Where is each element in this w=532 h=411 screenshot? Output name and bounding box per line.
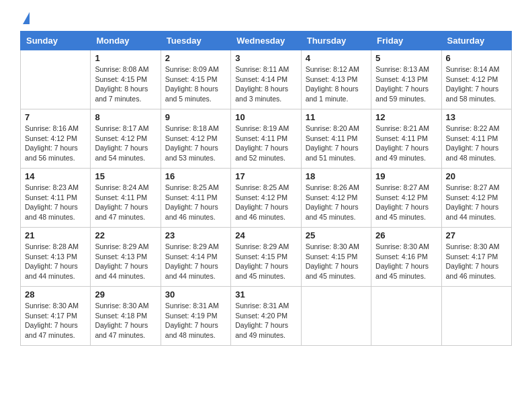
calendar-cell: 8Sunrise: 8:17 AMSunset: 4:12 PMDaylight…	[91, 109, 161, 169]
day-number: 30	[165, 289, 226, 300]
day-info: Sunrise: 8:26 AMSunset: 4:12 PMDaylight:…	[306, 183, 367, 222]
weekday-header-monday: Monday	[91, 32, 161, 50]
day-number: 14	[25, 171, 86, 181]
weekday-header-sunday: Sunday	[21, 32, 91, 50]
day-number: 24	[235, 230, 296, 240]
day-number: 10	[235, 112, 296, 122]
day-info: Sunrise: 8:27 AMSunset: 4:12 PMDaylight:…	[375, 183, 437, 222]
day-number: 15	[95, 171, 156, 181]
day-info: Sunrise: 8:31 AMSunset: 4:19 PMDaylight:…	[165, 301, 226, 340]
day-info: Sunrise: 8:20 AMSunset: 4:11 PMDaylight:…	[306, 124, 367, 163]
week-row-5: 28Sunrise: 8:30 AMSunset: 4:17 PMDayligh…	[21, 287, 512, 346]
calendar-cell: 3Sunrise: 8:11 AMSunset: 4:14 PMDaylight…	[231, 50, 301, 109]
calendar-cell: 23Sunrise: 8:29 AMSunset: 4:14 PMDayligh…	[161, 228, 230, 287]
calendar-cell: 17Sunrise: 8:25 AMSunset: 4:12 PMDayligh…	[231, 169, 301, 228]
day-info: Sunrise: 8:25 AMSunset: 4:12 PMDaylight:…	[235, 183, 296, 222]
weekday-header-wednesday: Wednesday	[231, 32, 301, 50]
day-number: 12	[375, 112, 437, 122]
day-number: 11	[306, 112, 367, 122]
calendar-cell: 22Sunrise: 8:29 AMSunset: 4:13 PMDayligh…	[91, 228, 161, 287]
day-info: Sunrise: 8:22 AMSunset: 4:11 PMDaylight:…	[446, 124, 507, 163]
day-info: Sunrise: 8:27 AMSunset: 4:12 PMDaylight:…	[446, 183, 507, 222]
day-info: Sunrise: 8:24 AMSunset: 4:11 PMDaylight:…	[95, 183, 156, 222]
logo-triangle-icon	[23, 12, 30, 24]
calendar-cell: 9Sunrise: 8:18 AMSunset: 4:12 PMDaylight…	[161, 109, 230, 169]
weekday-header-saturday: Saturday	[441, 32, 511, 50]
day-number: 5	[375, 53, 437, 63]
calendar-cell: 7Sunrise: 8:16 AMSunset: 4:12 PMDaylight…	[21, 109, 91, 169]
day-number: 23	[165, 230, 226, 240]
day-number: 7	[25, 112, 86, 122]
calendar-cell: 29Sunrise: 8:30 AMSunset: 4:18 PMDayligh…	[91, 287, 161, 346]
day-info: Sunrise: 8:31 AMSunset: 4:20 PMDaylight:…	[235, 301, 296, 340]
day-info: Sunrise: 8:30 AMSunset: 4:15 PMDaylight:…	[306, 242, 367, 281]
day-info: Sunrise: 8:30 AMSunset: 4:16 PMDaylight:…	[375, 242, 437, 281]
week-row-1: 1Sunrise: 8:08 AMSunset: 4:15 PMDaylight…	[21, 50, 512, 109]
day-number: 22	[95, 230, 156, 240]
calendar-cell	[21, 50, 91, 109]
calendar-cell	[371, 287, 441, 346]
day-number: 2	[165, 53, 226, 63]
calendar-cell: 27Sunrise: 8:30 AMSunset: 4:17 PMDayligh…	[441, 228, 511, 287]
day-info: Sunrise: 8:08 AMSunset: 4:15 PMDaylight:…	[95, 64, 156, 104]
day-info: Sunrise: 8:29 AMSunset: 4:14 PMDaylight:…	[165, 242, 226, 281]
day-number: 25	[306, 230, 367, 240]
calendar-cell: 20Sunrise: 8:27 AMSunset: 4:12 PMDayligh…	[441, 169, 511, 228]
day-info: Sunrise: 8:30 AMSunset: 4:17 PMDaylight:…	[25, 301, 86, 340]
day-number: 31	[235, 289, 296, 300]
day-info: Sunrise: 8:30 AMSunset: 4:17 PMDaylight:…	[446, 242, 507, 281]
calendar-cell	[301, 287, 371, 346]
day-number: 18	[306, 171, 367, 181]
weekday-header-row: SundayMondayTuesdayWednesdayThursdayFrid…	[21, 32, 512, 50]
logo	[20, 13, 30, 24]
day-number: 16	[165, 171, 226, 181]
day-number: 29	[95, 289, 156, 300]
calendar-cell: 2Sunrise: 8:09 AMSunset: 4:15 PMDaylight…	[161, 50, 230, 109]
calendar-cell: 12Sunrise: 8:21 AMSunset: 4:11 PMDayligh…	[371, 109, 441, 169]
calendar-cell: 4Sunrise: 8:12 AMSunset: 4:13 PMDaylight…	[301, 50, 371, 109]
weekday-header-tuesday: Tuesday	[161, 32, 230, 50]
calendar-cell: 18Sunrise: 8:26 AMSunset: 4:12 PMDayligh…	[301, 169, 371, 228]
calendar-cell: 30Sunrise: 8:31 AMSunset: 4:19 PMDayligh…	[161, 287, 230, 346]
day-info: Sunrise: 8:29 AMSunset: 4:13 PMDaylight:…	[95, 242, 156, 281]
weekday-header-thursday: Thursday	[301, 32, 371, 50]
day-number: 17	[235, 171, 296, 181]
calendar-cell: 14Sunrise: 8:23 AMSunset: 4:11 PMDayligh…	[21, 169, 91, 228]
calendar-cell: 19Sunrise: 8:27 AMSunset: 4:12 PMDayligh…	[371, 169, 441, 228]
week-row-3: 14Sunrise: 8:23 AMSunset: 4:11 PMDayligh…	[21, 169, 512, 228]
day-info: Sunrise: 8:11 AMSunset: 4:14 PMDaylight:…	[235, 64, 296, 104]
weekday-header-friday: Friday	[371, 32, 441, 50]
day-info: Sunrise: 8:18 AMSunset: 4:12 PMDaylight:…	[165, 124, 226, 163]
day-number: 1	[95, 53, 156, 63]
calendar-cell: 24Sunrise: 8:29 AMSunset: 4:15 PMDayligh…	[231, 228, 301, 287]
day-info: Sunrise: 8:14 AMSunset: 4:12 PMDaylight:…	[446, 64, 507, 104]
calendar-cell	[441, 287, 511, 346]
day-info: Sunrise: 8:30 AMSunset: 4:18 PMDaylight:…	[95, 301, 156, 340]
day-number: 8	[95, 112, 156, 122]
day-number: 20	[446, 171, 507, 181]
calendar-cell: 5Sunrise: 8:13 AMSunset: 4:13 PMDaylight…	[371, 50, 441, 109]
calendar-table: SundayMondayTuesdayWednesdayThursdayFrid…	[20, 31, 512, 346]
day-number: 9	[165, 112, 226, 122]
calendar-cell: 6Sunrise: 8:14 AMSunset: 4:12 PMDaylight…	[441, 50, 511, 109]
day-number: 28	[25, 289, 86, 300]
calendar-cell: 1Sunrise: 8:08 AMSunset: 4:15 PMDaylight…	[91, 50, 161, 109]
calendar-cell: 21Sunrise: 8:28 AMSunset: 4:13 PMDayligh…	[21, 228, 91, 287]
day-info: Sunrise: 8:23 AMSunset: 4:11 PMDaylight:…	[25, 183, 86, 222]
page-header	[20, 13, 512, 24]
day-info: Sunrise: 8:28 AMSunset: 4:13 PMDaylight:…	[25, 242, 86, 281]
calendar-cell: 28Sunrise: 8:30 AMSunset: 4:17 PMDayligh…	[21, 287, 91, 346]
week-row-4: 21Sunrise: 8:28 AMSunset: 4:13 PMDayligh…	[21, 228, 512, 287]
calendar-cell: 15Sunrise: 8:24 AMSunset: 4:11 PMDayligh…	[91, 169, 161, 228]
day-info: Sunrise: 8:16 AMSunset: 4:12 PMDaylight:…	[25, 124, 86, 163]
calendar-cell: 10Sunrise: 8:19 AMSunset: 4:11 PMDayligh…	[231, 109, 301, 169]
day-number: 3	[235, 53, 296, 63]
day-info: Sunrise: 8:09 AMSunset: 4:15 PMDaylight:…	[165, 64, 226, 104]
calendar-cell: 25Sunrise: 8:30 AMSunset: 4:15 PMDayligh…	[301, 228, 371, 287]
day-info: Sunrise: 8:13 AMSunset: 4:13 PMDaylight:…	[375, 64, 437, 104]
calendar-cell: 11Sunrise: 8:20 AMSunset: 4:11 PMDayligh…	[301, 109, 371, 169]
calendar-cell: 31Sunrise: 8:31 AMSunset: 4:20 PMDayligh…	[231, 287, 301, 346]
day-info: Sunrise: 8:21 AMSunset: 4:11 PMDaylight:…	[375, 124, 437, 163]
day-info: Sunrise: 8:17 AMSunset: 4:12 PMDaylight:…	[95, 124, 156, 163]
day-number: 13	[446, 112, 507, 122]
